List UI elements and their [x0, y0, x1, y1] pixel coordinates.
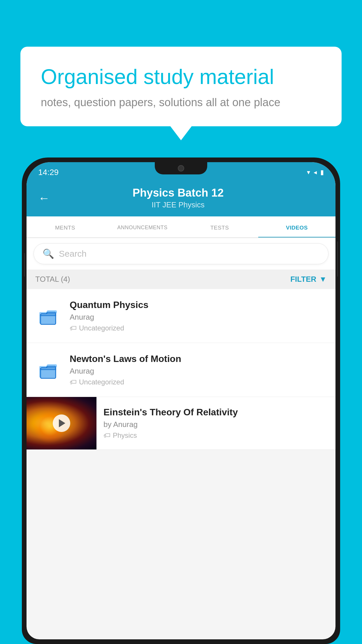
back-button[interactable]: ←: [38, 192, 50, 205]
header-center: Physics Batch 12 IIT JEE Physics: [57, 187, 299, 209]
filter-label: FILTER: [290, 275, 316, 284]
batch-subtitle: IIT JEE Physics: [57, 200, 299, 209]
folder-svg-2: [38, 360, 59, 380]
tag-icon-3: 🏷: [103, 431, 110, 440]
batch-title: Physics Batch 12: [57, 187, 299, 199]
video-list-item[interactable]: Einstein's Theory Of Relativity by Anura…: [27, 397, 335, 450]
filter-bar: TOTAL (4) FILTER ▼: [27, 270, 335, 289]
item-icon-newton: [35, 360, 61, 380]
newton-laws-author: Anurag: [70, 367, 327, 376]
search-bar[interactable]: 🔍 Search: [34, 243, 328, 264]
tab-bar: MENTS ANNOUNCEMENTS TESTS VIDEOS: [27, 216, 335, 238]
search-icon: 🔍: [43, 248, 54, 259]
filter-icon: ▼: [319, 275, 327, 284]
einstein-tag-text: Physics: [113, 431, 137, 440]
search-container: 🔍 Search: [27, 238, 335, 270]
einstein-author: by Anurag: [103, 420, 328, 429]
app-header: ← Physics Batch 12 IIT JEE Physics: [27, 181, 335, 216]
status-icons: ▾ ◂ ▮: [307, 169, 324, 176]
tag-icon: 🏷: [70, 324, 77, 332]
newton-laws-title: Newton's Laws of Motion: [70, 354, 327, 364]
wifi-icon: ▾: [307, 169, 310, 176]
quantum-physics-author: Anurag: [70, 313, 327, 322]
tab-videos[interactable]: VIDEOS: [258, 216, 335, 237]
total-count: TOTAL (4): [35, 275, 70, 284]
camera-notch: [178, 165, 184, 172]
quantum-physics-content: Quantum Physics Anurag 🏷 Uncategorized: [70, 300, 327, 332]
status-time: 14:29: [38, 168, 59, 177]
volume-button: [22, 253, 25, 276]
video-thumbnail: [27, 397, 96, 449]
phone-screen: 14:29 ▾ ◂ ▮ ← Physics Batch 12 IIT JEE P…: [27, 162, 335, 639]
item-icon-quantum: [35, 306, 61, 326]
newton-laws-tag: 🏷 Uncategorized: [70, 378, 327, 386]
tag-icon-2: 🏷: [70, 378, 77, 386]
bubble-subtitle: notes, question papers, solutions all at…: [41, 96, 321, 109]
folder-svg: [38, 306, 59, 326]
tab-announcements[interactable]: ANNOUNCEMENTS: [104, 216, 181, 237]
tab-ments[interactable]: MENTS: [27, 216, 104, 237]
phone-frame: 14:29 ▾ ◂ ▮ ← Physics Batch 12 IIT JEE P…: [22, 158, 340, 644]
play-triangle-icon: [59, 419, 65, 427]
power-button: [337, 242, 340, 276]
quantum-physics-tag: 🏷 Uncategorized: [70, 324, 327, 332]
einstein-content: Einstein's Theory Of Relativity by Anura…: [96, 398, 335, 448]
list-container: Quantum Physics Anurag 🏷 Uncategorized: [27, 289, 335, 450]
quantum-physics-title: Quantum Physics: [70, 300, 327, 310]
list-item[interactable]: Quantum Physics Anurag 🏷 Uncategorized: [27, 289, 335, 343]
bubble-title: Organised study material: [41, 64, 321, 89]
phone-notch: [155, 162, 207, 174]
list-item[interactable]: Newton's Laws of Motion Anurag 🏷 Uncateg…: [27, 343, 335, 397]
filter-button[interactable]: FILTER ▼: [290, 275, 327, 284]
play-button[interactable]: [53, 414, 70, 432]
battery-icon: ▮: [320, 169, 324, 176]
newton-laws-content: Newton's Laws of Motion Anurag 🏷 Uncateg…: [70, 354, 327, 386]
signal-icon: ◂: [314, 169, 317, 176]
speech-bubble: Organised study material notes, question…: [20, 47, 342, 126]
search-placeholder: Search: [59, 249, 87, 259]
tab-tests[interactable]: TESTS: [181, 216, 258, 237]
einstein-title: Einstein's Theory Of Relativity: [103, 407, 328, 418]
einstein-tag: 🏷 Physics: [103, 431, 328, 440]
speech-bubble-container: Organised study material notes, question…: [20, 47, 342, 126]
